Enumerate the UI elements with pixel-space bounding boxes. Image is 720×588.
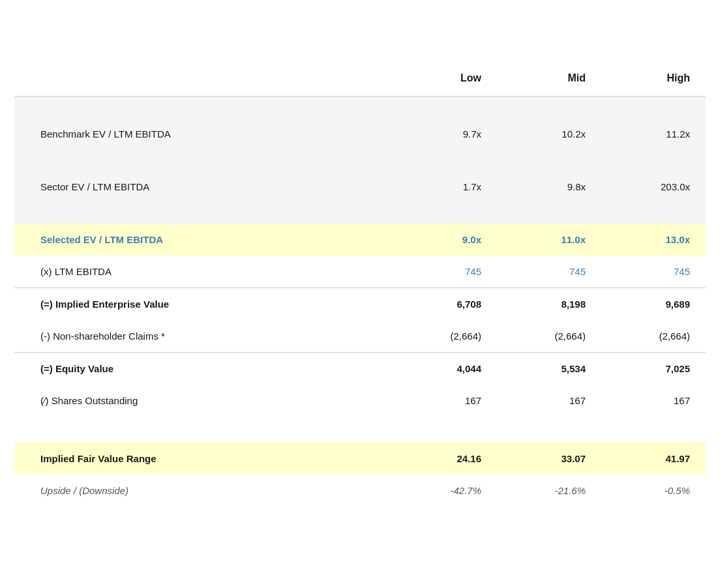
table-row: (x) LTM EBITDA 745 745 745 — [14, 256, 706, 287]
sector-low: 1.7x — [393, 171, 497, 203]
equity-value-row: (=) Equity Value 4,044 5,534 7,025 — [14, 353, 706, 385]
table-row: Sector EV / LTM EBITDA 1.7x 9.8x 203.0x — [14, 171, 706, 203]
bottom-spacer — [14, 507, 706, 527]
implied-ev-high: 9,689 — [601, 288, 706, 320]
implied-ev-row: (=) Implied Enterprise Value 6,708 8,198… — [14, 288, 706, 320]
benchmark-low: 9.7x — [393, 118, 497, 150]
header-high: High — [601, 61, 706, 96]
header-mid: Mid — [497, 61, 601, 96]
header-label-col — [14, 61, 393, 96]
selected-high: 13.0x — [601, 224, 706, 256]
upside-low: -42.7% — [393, 475, 497, 507]
selected-label: Selected EV / LTM EBITDA — [14, 224, 393, 256]
ltm-ebitda-high: 745 — [601, 256, 706, 287]
non-shareholder-row: (-) Non-shareholder Claims * (2,664) (2,… — [14, 320, 706, 352]
table-header: Low Mid High — [14, 61, 706, 96]
equity-value-mid: 5,534 — [497, 353, 601, 385]
selected-ev-row: Selected EV / LTM EBITDA 9.0x 11.0x 13.0… — [14, 224, 706, 256]
upside-high: -0.5% — [601, 475, 706, 507]
shares-low: 167 — [393, 385, 497, 417]
row-spacer — [14, 150, 706, 171]
fair-value-mid: 33.07 — [497, 443, 601, 475]
spacer-top — [14, 96, 706, 118]
ltm-ebitda-mid: 745 — [497, 256, 601, 287]
fair-value-label: Implied Fair Value Range — [14, 443, 393, 475]
non-shareholder-mid: (2,664) — [497, 320, 601, 352]
large-spacer — [14, 417, 706, 443]
selected-low: 9.0x — [393, 224, 497, 256]
selected-mid: 11.0x — [497, 224, 601, 256]
implied-ev-low: 6,708 — [393, 288, 497, 320]
equity-value-low: 4,044 — [393, 353, 497, 385]
equity-value-high: 7,025 — [601, 353, 706, 385]
sector-label: Sector EV / LTM EBITDA — [14, 171, 393, 203]
sector-mid: 9.8x — [497, 171, 601, 203]
upside-mid: -21.6% — [497, 475, 601, 507]
header-low: Low — [393, 61, 497, 96]
ltm-ebitda-low: 745 — [393, 256, 497, 287]
shares-high: 167 — [601, 385, 706, 417]
non-shareholder-low: (2,664) — [393, 320, 497, 352]
implied-ev-label: (=) Implied Enterprise Value — [14, 288, 393, 320]
fair-value-row: Implied Fair Value Range 24.16 33.07 41.… — [14, 443, 706, 475]
benchmark-high: 11.2x — [601, 118, 706, 150]
table-row: Benchmark EV / LTM EBITDA 9.7x 10.2x 11.… — [14, 118, 706, 150]
ltm-ebitda-label: (x) LTM EBITDA — [14, 256, 393, 287]
spacer-bottom — [14, 203, 706, 224]
fair-value-low: 24.16 — [393, 443, 497, 475]
benchmark-mid: 10.2x — [497, 118, 601, 150]
fair-value-high: 41.97 — [601, 443, 706, 475]
benchmark-label: Benchmark EV / LTM EBITDA — [14, 118, 393, 150]
implied-ev-mid: 8,198 — [497, 288, 601, 320]
non-shareholder-label: (-) Non-shareholder Claims * — [14, 320, 393, 352]
non-shareholder-high: (2,664) — [601, 320, 706, 352]
shares-row: (∕) Shares Outstanding 167 167 167 — [14, 385, 706, 417]
sector-high: 203.0x — [601, 171, 706, 203]
shares-mid: 167 — [497, 385, 601, 417]
shares-label: (∕) Shares Outstanding — [14, 385, 393, 417]
equity-value-label: (=) Equity Value — [14, 353, 393, 385]
valuation-table-container: Low Mid High Benchmark EV / LTM EBITDA 9… — [14, 61, 706, 527]
upside-row: Upside / (Downside) -42.7% -21.6% -0.5% — [14, 475, 706, 507]
upside-label: Upside / (Downside) — [14, 475, 393, 507]
